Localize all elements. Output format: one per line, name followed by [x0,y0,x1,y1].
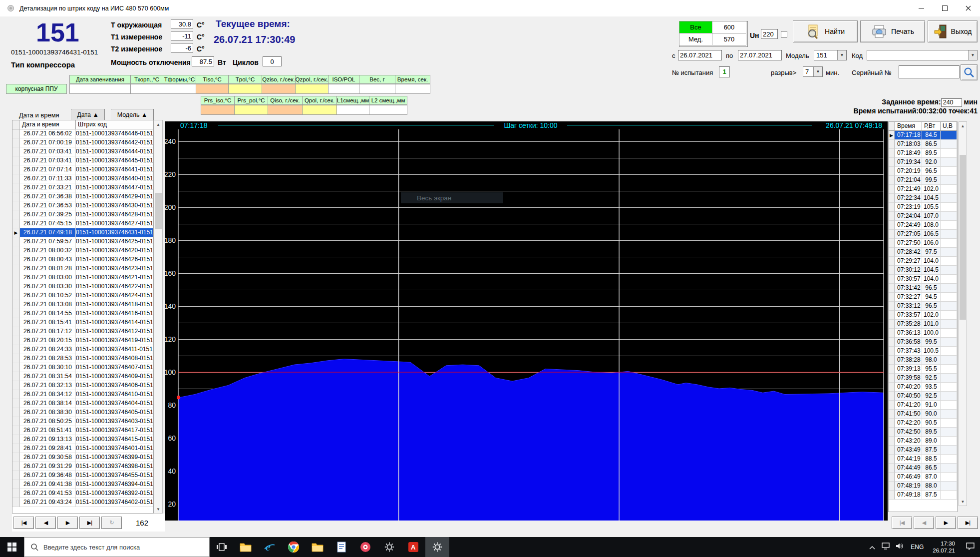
fullscreen-button[interactable]: Весь экран [401,192,503,203]
right-table-row[interactable]: 07:38:28 98.0 [889,356,957,365]
right-table-row[interactable]: 07:36:13 100.0 [889,329,957,338]
filter-600-button[interactable]: 600 [712,21,746,33]
left-table-row[interactable]: 26.07.21 07:59:57 0151-10001393746425-01… [12,237,153,246]
left-table-row[interactable]: 26.07.21 08:14:55 0151-10001393746416-01… [12,309,153,318]
right-table-row[interactable]: 07:48:19 88.0 [889,482,957,491]
nav-prev-button[interactable]: ◀ [35,517,56,529]
left-table-row[interactable]: 26.07.21 07:33:21 0151-10001393746447-01… [12,183,153,192]
right-table-row[interactable]: 07:44:19 88.5 [889,455,957,464]
taskbar-app-acrobat[interactable]: A [401,537,425,557]
taskbar-search-box[interactable]: Введите здесь текст для поиска [24,537,210,557]
chevron-down-icon[interactable]: ▼ [968,50,977,60]
scrollbar-thumb[interactable] [155,193,162,229]
left-table-row[interactable]: 26.07.21 09:31:29 0151-10001393746398-01… [12,462,153,471]
taskbar-app-active[interactable] [425,537,449,557]
left-table-row[interactable]: 26.07.21 07:39:25 0151-10001393746428-01… [12,210,153,219]
restore-button[interactable] [933,0,957,16]
right-table-row[interactable]: 07:31:42 96.5 [889,284,957,293]
left-table-row[interactable]: 26.07.21 08:01:28 0151-10001393746423-01… [12,264,153,273]
scrollbar-thumb[interactable] [960,155,966,320]
right-table-row[interactable]: 07:28:42 97.5 [889,248,957,257]
chevron-down-icon[interactable]: ▼ [837,50,846,60]
right-table-row[interactable]: 07:18:49 89.5 [889,149,957,158]
left-table-row[interactable]: 26.07.21 08:34:12 0151-10001393746410-01… [12,390,153,399]
right-table-row[interactable]: 07:27:50 106.0 [889,239,957,248]
left-table-row[interactable]: 26.07.21 08:17:12 0151-10001393746412-01… [12,327,153,336]
right-table-row[interactable]: 07:30:12 104.5 [889,266,957,275]
print-button[interactable]: Печать [860,20,925,42]
exit-button[interactable]: Выход [928,20,978,42]
start-button[interactable] [0,537,24,557]
left-table-row[interactable]: 26.07.21 08:28:53 0151-10001393746408-01… [12,354,153,363]
right-table-row[interactable]: 07:35:28 101.0 [889,320,957,329]
right-table-row[interactable]: 07:42:50 89.5 [889,428,957,437]
left-table-row[interactable]: 26.07.21 08:38:14 0151-10001393746404-01… [12,399,153,408]
right-table-row[interactable]: 07:21:04 99.5 [889,176,957,185]
left-table-row[interactable]: 26.07.21 09:36:48 0151-10001393746455-01… [12,471,153,480]
gap-select[interactable]: 7 ▼ [803,66,823,77]
taskbar-app-red[interactable] [353,537,377,557]
right-table-row[interactable]: ▶ 07:17:18 84.5 [889,131,957,140]
scroll-down-button[interactable]: ▼ [959,498,967,506]
left-table-row[interactable]: 26.07.21 08:03:30 0151-10001393746422-01… [12,282,153,291]
left-table-row[interactable]: 26.07.21 07:36:53 0151-10001393746430-01… [12,201,153,210]
right-table-row[interactable]: 07:29:27 104.0 [889,257,957,266]
left-table-row[interactable]: 26.07.21 07:03:41 0151-10001393746445-01… [12,156,153,165]
cycles-input[interactable] [263,56,282,66]
left-table-row[interactable]: 26.07.21 09:41:53 0151-10001393746392-01… [12,489,153,498]
right-table-row[interactable]: 07:20:19 96.5 [889,167,957,176]
taskbar-app-document[interactable] [329,537,353,557]
taskbar-app-settings[interactable] [377,537,401,557]
right-table-row[interactable]: 07:24:49 108.0 [889,221,957,230]
left-table-row[interactable]: 26.07.21 08:50:25 0151-10001393746403-01… [12,417,153,426]
right-table-row[interactable]: 07:33:57 102.0 [889,311,957,320]
serial-search-button[interactable] [961,64,978,80]
filter-570-button[interactable]: 570 [712,33,746,45]
right-table-row[interactable]: 07:41:50 90.0 [889,410,957,419]
taskbar-clock[interactable]: 17:30 26.07.21 [933,540,955,554]
hidden-icons-button[interactable] [866,543,879,552]
t1-input[interactable] [171,31,193,41]
filter-all-button[interactable]: Все [679,21,712,33]
right-table-row[interactable]: 07:32:27 94.5 [889,293,957,302]
left-table-row[interactable]: 26.07.21 09:43:24 0151-10001393746402-01… [12,498,153,507]
left-table-row[interactable]: 26.07.21 06:56:02 0151-10001393746446-01… [12,129,153,138]
t2-input[interactable] [171,43,193,53]
taskbar-app-chrome[interactable] [282,537,306,557]
right-table-row[interactable]: 07:33:12 96.5 [889,302,957,311]
right-table-row[interactable]: 07:24:04 107.0 [889,212,957,221]
right-table-row[interactable]: 07:39:58 92.5 [889,374,957,383]
left-table-scrollbar[interactable]: ▲ ▼ [154,120,163,514]
power-off-input[interactable] [192,56,214,66]
left-table-row[interactable]: 26.07.21 08:20:15 0151-10001393746419-01… [12,336,153,345]
left-table-row[interactable]: 26.07.21 09:13:13 0151-10001393746415-01… [12,435,153,444]
right-table-row[interactable]: 07:40:20 93.5 [889,383,957,392]
left-table-row[interactable]: 26.07.21 08:15:41 0151-10001393746414-01… [12,318,153,327]
right-table-row[interactable]: 07:27:05 106.5 [889,230,957,239]
task-view-button[interactable] [210,537,234,557]
date-to-input[interactable] [738,50,782,60]
code-select[interactable]: ▼ [867,50,978,60]
nav-first-button[interactable]: |◀ [892,517,912,529]
left-table-row[interactable]: 26.07.21 07:07:14 0151-10001393746441-01… [12,165,153,174]
taskbar-app-explorer[interactable] [234,537,258,557]
right-table-row[interactable]: 07:46:49 87.0 [889,473,957,482]
right-table-row[interactable]: 07:22:34 104.5 [889,194,957,203]
right-table-scrollbar[interactable]: ▲ ▼ [959,121,967,506]
left-table-row[interactable]: 26.07.21 07:00:19 0151-10001393746442-01… [12,138,153,147]
left-table-row[interactable]: 26.07.21 07:11:33 0151-10001393746440-01… [12,174,153,183]
right-table-row[interactable]: 07:39:13 95.5 [889,365,957,374]
right-table-row[interactable]: 07:43:49 87.5 [889,446,957,455]
nav-refresh-button[interactable]: ↻ [101,517,122,529]
nav-last-button[interactable]: ▶| [79,517,100,529]
nav-next-button[interactable]: ▶ [936,517,956,529]
left-table-row[interactable]: 26.07.21 07:03:41 0151-10001393746444-01… [12,147,153,156]
scroll-up-button[interactable]: ▲ [959,122,967,130]
right-table-row[interactable]: 07:30:57 104.0 [889,275,957,284]
voltage-checkbox[interactable] [781,31,787,37]
filter-med-button[interactable]: Мед. [679,33,712,45]
minimize-button[interactable] [910,0,933,16]
t-ambient-input[interactable] [171,19,193,29]
left-table-row[interactable]: 26.07.21 08:00:32 0151-10001393746420-01… [12,246,153,255]
left-table-row[interactable]: 26.07.21 08:03:00 0151-10001393746421-01… [12,273,153,282]
